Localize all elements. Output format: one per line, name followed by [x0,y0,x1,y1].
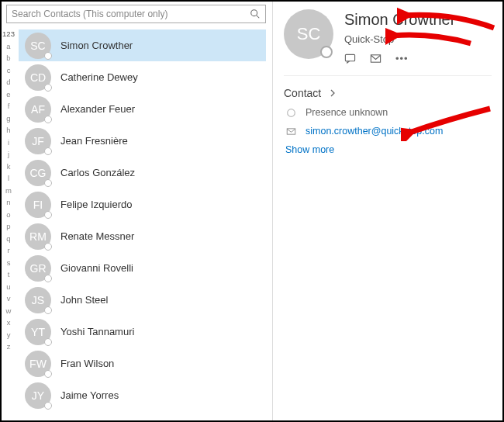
mail-icon[interactable] [370,53,381,64]
contact-name: Fran Wilson [60,358,114,369]
presence-icon [44,147,52,155]
contact-item[interactable]: FIFelipe Izquierdo [19,189,266,220]
alpha-index-item[interactable]: r [7,246,9,254]
alpha-index-item[interactable]: a [6,42,10,50]
presence-label: Presence unknown [306,107,388,118]
email-row: simon.crowther@quickstop.com [285,126,492,137]
contact-list: SCSimon CrowtherCDCatherine DeweyAFAlexa… [16,28,272,420]
contact-item[interactable]: FWFran Wilson [19,348,266,379]
alpha-index-item[interactable]: k [7,162,11,171]
contact-item[interactable]: RMRenate Messner [19,220,266,252]
alpha-index-item[interactable]: d [6,78,10,86]
alpha-index-item[interactable]: y [7,330,11,339]
contact-section-header[interactable]: Contact [284,87,492,99]
avatar-initials: SC [30,40,45,52]
contact-section-label: Contact [284,87,321,99]
alpha-index-item[interactable]: u [6,282,10,291]
mail-icon-small [285,126,296,137]
avatar-initials: GR [30,262,47,275]
email-link[interactable]: simon.crowther@quickstop.com [306,126,443,137]
avatar: FI [25,192,51,218]
contact-name: Jean Fresnière [60,135,128,147]
alpha-index-item[interactable]: o [6,210,10,219]
avatar: CG [25,160,51,186]
alpha-index-item[interactable]: t [8,270,10,278]
search-input[interactable] [12,9,250,19]
alpha-index-item[interactable]: g [6,114,10,123]
contact-item[interactable]: JSJohn Steel [19,284,266,316]
chat-icon[interactable] [344,53,356,64]
alpha-index-item[interactable]: s [7,258,11,267]
more-icon[interactable]: ••• [395,53,409,64]
alpha-index-item[interactable]: f [8,102,10,110]
presence-icon [44,338,52,346]
alpha-index-item[interactable]: b [6,54,10,62]
contact-name: Simon Crowther [60,40,133,51]
presence-icon [44,116,52,123]
avatar: JF [25,128,51,154]
avatar: RM [25,223,51,250]
presence-icon [320,46,333,58]
contact-item[interactable]: JFJean Fresnière [19,125,266,157]
contact-name: Yoshi Tannamuri [60,326,134,337]
avatar: AF [25,96,51,123]
contact-name: Jaime Yorres [60,389,119,401]
profile-header: SC Simon Crowther Quick-Stop ••• [284,9,492,76]
alpha-index-item[interactable]: z [7,342,11,351]
avatar-initials: CG [30,167,47,179]
profile-avatar-initials: SC [297,24,321,44]
avatar-initials: FI [33,199,43,211]
avatar-initials: FW [29,358,47,370]
svg-rect-2 [345,54,354,61]
alpha-index-item[interactable]: x [7,318,11,327]
alpha-index-item[interactable]: c [7,66,11,74]
alpha-index-item[interactable]: j [8,150,9,158]
contact-item[interactable]: JYJaime Yorres [19,379,266,411]
avatar: JS [25,287,51,313]
contact-item[interactable]: AFAlexander Feuer [19,93,266,125]
contact-item[interactable]: CGCarlos González [19,157,266,189]
contact-name: Carlos González [60,167,135,178]
presence-icon [44,52,52,60]
avatar: YT [25,319,51,345]
svg-point-4 [287,109,295,116]
alpha-index-item[interactable]: v [7,294,11,303]
alpha-index-item[interactable]: 123 [2,29,15,38]
search-icon[interactable] [250,9,261,19]
contact-item[interactable]: GRGiovanni Rovelli [19,252,266,284]
alpha-index-item[interactable]: p [6,222,10,230]
alpha-index-item[interactable]: l [8,174,9,182]
avatar-initials: JF [32,135,44,147]
avatar: SC [25,33,51,59]
alpha-index-item[interactable]: m [5,186,12,195]
alpha-index[interactable]: 123abcdefghijklmnopqrstuvwxyz [2,28,16,420]
presence-row: Presence unknown [285,107,492,118]
show-more-link[interactable]: Show more [285,144,492,155]
avatar-initials: RM [29,230,47,243]
alpha-index-item[interactable]: e [6,90,10,99]
svg-point-0 [251,10,257,16]
presence-circle-icon [285,108,296,118]
avatar: JY [25,382,51,409]
contact-item[interactable]: CDCatherine Dewey [19,61,266,93]
avatar-initials: AF [31,103,45,116]
avatar-initials: JY [32,389,44,402]
chevron-right-icon [329,87,337,99]
profile-name: Simon Crowther [344,11,455,29]
contact-name: Alexander Feuer [60,103,135,115]
alpha-index-item[interactable]: i [8,138,9,147]
alpha-index-item[interactable]: w [6,306,12,315]
alpha-index-item[interactable]: n [6,198,10,206]
avatar: GR [25,255,51,282]
search-bar[interactable] [6,5,266,23]
contact-name: Renate Messner [60,230,134,242]
alpha-index-item[interactable]: q [6,234,10,243]
alpha-index-item[interactable]: h [6,126,10,134]
presence-icon [44,179,52,187]
contact-item[interactable]: YTYoshi Tannamuri [19,316,266,348]
profile-company: Quick-Stop [344,33,455,45]
avatar: FW [25,351,51,377]
contact-item[interactable]: SCSimon Crowther [19,29,266,61]
presence-icon [44,275,52,282]
details-panel: SC Simon Crowther Quick-Stop ••• Contact… [273,2,502,420]
